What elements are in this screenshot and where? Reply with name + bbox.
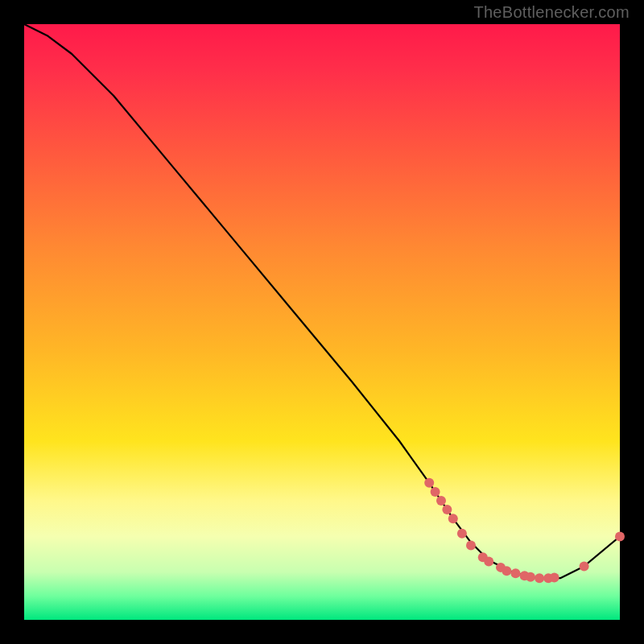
data-marker xyxy=(424,478,434,488)
bottleneck-curve xyxy=(24,24,620,578)
data-marker xyxy=(457,529,467,539)
chart-frame: TheBottlenecker.com xyxy=(0,0,644,644)
data-marker xyxy=(511,568,521,578)
attribution-text: TheBottlenecker.com xyxy=(473,3,630,22)
chart-svg xyxy=(24,24,620,620)
data-marker xyxy=(448,514,458,523)
data-marker xyxy=(535,573,544,583)
data-marker xyxy=(442,505,452,514)
data-markers xyxy=(424,478,625,583)
data-marker xyxy=(484,556,493,566)
data-marker xyxy=(502,566,511,576)
data-marker xyxy=(436,496,446,506)
plot-area xyxy=(24,24,620,620)
data-marker xyxy=(466,541,476,551)
data-marker xyxy=(615,531,625,541)
data-marker xyxy=(550,572,559,582)
data-marker xyxy=(431,487,440,497)
data-marker xyxy=(526,572,535,582)
data-marker xyxy=(580,561,589,571)
